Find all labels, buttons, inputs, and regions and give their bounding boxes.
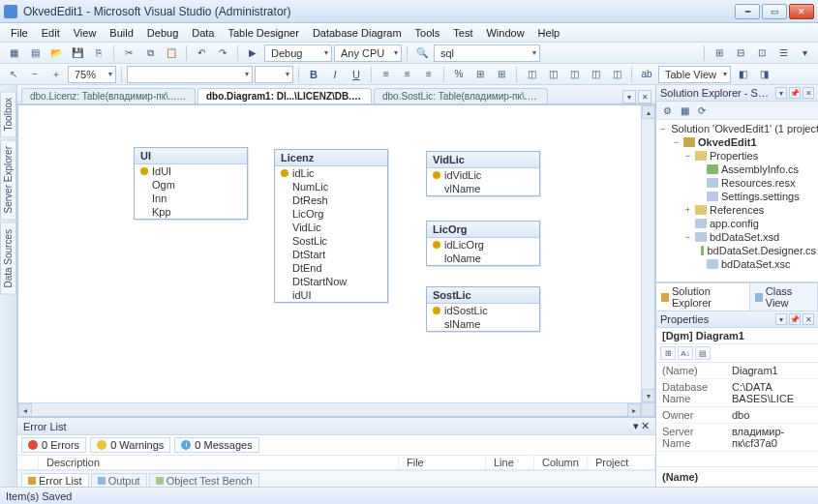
scroll-down-button[interactable]: ▾ <box>642 389 655 402</box>
tb-extra-5[interactable]: ▾ <box>795 44 814 62</box>
dbtable-vidlic[interactable]: VidLicidVidLicvlName <box>426 151 540 196</box>
scroll-up-button[interactable]: ▴ <box>642 105 655 119</box>
tb2-rel-2[interactable]: ◫ <box>543 66 562 83</box>
tree-resources[interactable]: Resources.resx <box>693 176 816 190</box>
error-list-dropdown-button[interactable]: ▾ <box>633 420 639 432</box>
props-categorized-button[interactable]: ⊞ <box>660 346 676 360</box>
vertical-scrollbar[interactable]: ▴ ▾ <box>641 105 654 402</box>
undo-button[interactable]: ↶ <box>192 44 211 62</box>
se-showall-button[interactable]: ▦ <box>677 104 692 117</box>
close-button[interactable]: ✕ <box>789 4 814 19</box>
config-combo[interactable]: Debug <box>264 44 332 62</box>
properties-dropdown-button[interactable]: ▾ <box>775 313 787 325</box>
maximize-button[interactable]: ▭ <box>762 4 787 19</box>
dbtable-column[interactable]: idLic <box>275 166 387 180</box>
align-center-button[interactable]: ≡ <box>398 66 417 83</box>
tb2-rel-1[interactable]: ◫ <box>522 66 541 83</box>
tree-assemblyinfo[interactable]: AssemblyInfo.cs <box>693 163 816 176</box>
dbtable-column[interactable]: Kpp <box>135 205 247 219</box>
tree-references[interactable]: +References <box>682 203 816 217</box>
table-view-combo[interactable]: Table View <box>658 66 731 83</box>
menu-build[interactable]: Build <box>103 25 139 41</box>
scroll-right-button[interactable]: ▸ <box>627 403 641 417</box>
dbtable-column[interactable]: vlName <box>427 182 539 195</box>
props-pages-button[interactable]: ▤ <box>695 346 711 360</box>
save-button[interactable]: 💾 <box>68 44 87 62</box>
zoom-combo[interactable]: 75% <box>68 66 116 83</box>
prop-name-value[interactable]: Diagram1 <box>726 363 818 378</box>
dbtable-title[interactable]: UI <box>135 148 247 164</box>
tree-bddataset[interactable]: −bdDataSet.xsd <box>682 230 816 244</box>
find-combo[interactable]: sql <box>434 44 540 62</box>
dbtable-column[interactable]: Inn <box>135 192 247 205</box>
tb2-rel-4[interactable]: ◫ <box>586 66 605 83</box>
save-all-button[interactable]: ⎘ <box>89 44 108 62</box>
tab-class-view[interactable]: Class View <box>750 283 818 311</box>
dbtable-column[interactable]: idVidLic <box>427 168 539 182</box>
tb2-misc-4[interactable]: ◧ <box>733 66 752 83</box>
panel-dropdown-button[interactable]: ▾ <box>775 87 787 99</box>
fontsize-combo[interactable] <box>255 66 293 83</box>
tree-bddataset-designer[interactable]: bdDataSet.Designer.cs <box>693 244 816 257</box>
menu-tools[interactable]: Tools <box>409 25 447 41</box>
tb-extra-4[interactable]: ☰ <box>773 44 793 62</box>
dbtable-licorg[interactable]: LicOrgidLicOrgloName <box>426 221 540 266</box>
new-project-button[interactable]: ▦ <box>4 44 23 62</box>
dbtable-ui[interactable]: UIIdUIOgmInnKpp <box>134 147 248 220</box>
dbtable-column[interactable]: LicOrg <box>275 207 387 221</box>
doctab-close-button[interactable]: ✕ <box>638 90 651 104</box>
panel-close-button[interactable]: ✕ <box>803 87 814 99</box>
dbtable-column[interactable]: idUI <box>275 288 387 302</box>
messages-filter[interactable]: i0 Messages <box>174 437 258 453</box>
menu-test[interactable]: Test <box>446 25 479 41</box>
tab-output[interactable]: Output <box>91 473 147 487</box>
doctab-licenz-table[interactable]: dbo.Licenz: Table(владимир-пк\...\...) <box>21 88 196 104</box>
sidetab-data-sources[interactable]: Data Sources <box>0 222 16 295</box>
menu-database-diagram[interactable]: Database Diagram <box>306 25 409 41</box>
tb-extra-2[interactable]: ⊟ <box>731 44 750 62</box>
tb-extra-1[interactable]: ⊞ <box>710 44 729 62</box>
scroll-left-button[interactable]: ◂ <box>18 403 32 417</box>
dbtable-title[interactable]: SostLic <box>427 287 539 304</box>
dbtable-column[interactable]: DtEnd <box>275 261 387 275</box>
add-item-button[interactable]: ▤ <box>25 44 45 62</box>
tab-error-list[interactable]: Error List <box>21 473 89 487</box>
menu-table-designer[interactable]: Table Designer <box>222 25 306 41</box>
dbtable-column[interactable]: idLicOrg <box>427 238 539 252</box>
tree-appconfig[interactable]: app.config <box>682 217 816 230</box>
zoom-out-button[interactable]: − <box>25 66 45 83</box>
horizontal-scrollbar[interactable]: ◂ ▸ <box>18 402 641 416</box>
tree-solution[interactable]: −Solution 'OkvedEdit1' (1 project) <box>658 122 816 135</box>
col-project[interactable]: Project <box>588 456 655 469</box>
dbtable-licenz[interactable]: LicenzidLicNumLicDtReshLicOrgVidLicSostL… <box>274 149 388 303</box>
se-refresh-button[interactable]: ⟳ <box>694 104 710 117</box>
tb2-misc-5[interactable]: ◨ <box>754 66 773 83</box>
underline-button[interactable]: U <box>347 66 366 83</box>
tb-extra-3[interactable]: ⊡ <box>752 44 772 62</box>
sidetab-toolbox[interactable]: Toolbox <box>0 91 16 137</box>
dbtable-column[interactable]: DtStart <box>275 248 387 261</box>
col-icon[interactable] <box>17 456 39 469</box>
dbtable-column[interactable]: VidLic <box>275 221 387 234</box>
cut-button[interactable]: ✂ <box>119 44 138 62</box>
dbtable-column[interactable]: Ogm <box>135 178 247 192</box>
dbtable-column[interactable]: slName <box>427 317 539 331</box>
dbtable-column[interactable]: NumLic <box>275 180 387 193</box>
bold-button[interactable]: B <box>304 66 323 83</box>
tb2-rel-5[interactable]: ◫ <box>607 66 626 83</box>
doctab-dropdown-button[interactable]: ▾ <box>622 90 636 104</box>
properties-pin-button[interactable]: 📌 <box>789 313 801 325</box>
menu-data[interactable]: Data <box>185 25 221 41</box>
tb2-misc-3[interactable]: ⊞ <box>492 66 511 83</box>
font-combo[interactable] <box>127 66 253 83</box>
col-description[interactable]: Description <box>39 456 399 469</box>
diagram-canvas[interactable]: UIIdUIOgmInnKppLicenzidLicNumLicDtReshLi… <box>18 105 641 402</box>
dbtable-title[interactable]: VidLic <box>427 152 539 168</box>
menu-help[interactable]: Help <box>531 25 567 41</box>
col-column[interactable]: Column <box>534 456 588 469</box>
menu-file[interactable]: File <box>4 25 35 41</box>
text-label-button[interactable]: ab <box>637 66 656 83</box>
open-button[interactable]: 📂 <box>46 44 66 62</box>
find-button[interactable]: 🔍 <box>412 44 432 62</box>
align-right-button[interactable]: ≡ <box>419 66 439 83</box>
